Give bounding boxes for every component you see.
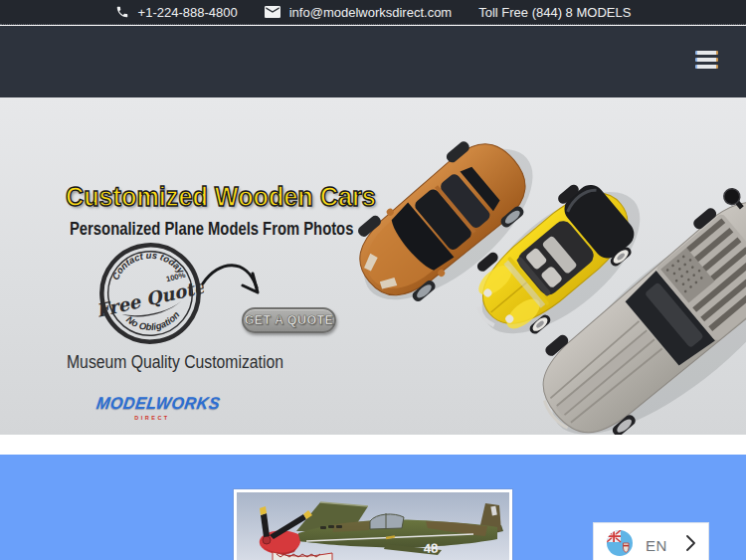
envelope-icon	[265, 6, 280, 18]
logo-wordmark: MODELWORKS	[95, 394, 204, 414]
phone-number[interactable]: +1-224-888-4800	[138, 5, 238, 20]
hero-banner: Customized Wooden Cars Personalized Plan…	[0, 97, 746, 435]
hero-subtitle: Personalized Plane Models From Photos	[70, 218, 353, 240]
tollfree-contact: Toll Free (844) 8 MODELS	[478, 5, 631, 20]
chevron-right-icon[interactable]	[686, 535, 695, 555]
tollfree-text: Toll Free (844) 8 MODELS	[478, 5, 631, 20]
model-cars-photo	[350, 123, 746, 435]
hamburger-menu-icon[interactable]	[695, 51, 718, 72]
gallery-section: 48	[0, 455, 746, 560]
modelworks-logo[interactable]: MODELWORKS DIRECT	[96, 394, 208, 421]
section-divider	[0, 435, 746, 455]
logo-subtext: DIRECT	[96, 415, 208, 421]
language-code: EN	[646, 537, 667, 554]
language-selector[interactable]: EN	[593, 522, 709, 560]
free-quote-stamp-icon: Contact us today No Obligation 100% Free…	[92, 235, 210, 353]
modelworks-homepage: +1-224-888-4800 info@modelworksdirect.co…	[0, 0, 746, 560]
hero-tagline: Museum Quality Customization	[67, 352, 283, 373]
arrow-doodle-icon	[199, 254, 271, 309]
plane-model-photo[interactable]: 48	[234, 489, 512, 560]
phone-contact[interactable]: +1-224-888-4800	[115, 5, 238, 20]
email-contact[interactable]: info@modelworksdirect.com	[265, 5, 452, 20]
plane-number: 48	[424, 541, 439, 556]
get-a-quote-button[interactable]: GET A QUOTE	[242, 307, 336, 333]
top-contact-bar: +1-224-888-4800 info@modelworksdirect.co…	[0, 0, 746, 25]
main-header	[0, 26, 746, 97]
hero-title: Customized Wooden Cars	[66, 181, 376, 213]
email-address[interactable]: info@modelworksdirect.com	[289, 5, 452, 20]
phone-icon	[115, 5, 129, 19]
fiji-flag-icon	[607, 530, 633, 560]
